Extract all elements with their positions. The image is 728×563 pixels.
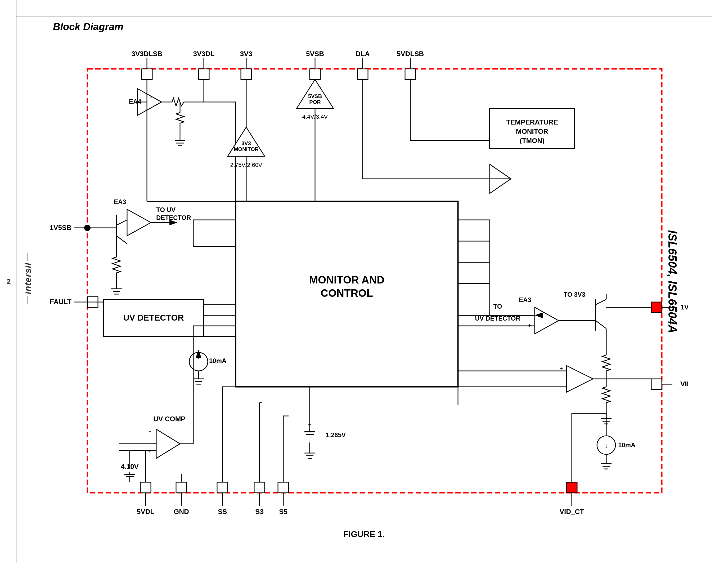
logo-line-top <box>28 253 28 261</box>
logo-line-bottom <box>28 296 28 304</box>
uv-comp-triangle <box>156 429 180 458</box>
uv-comp-label: UV COMP <box>153 415 185 423</box>
pin-vidct-box <box>567 482 577 493</box>
resistor-right-2 <box>602 382 610 411</box>
ea3-top-label: EA3 <box>114 198 126 205</box>
current-10ma-left-label: ↓ <box>197 352 200 361</box>
resistor-right-1 <box>602 350 610 382</box>
pin-vidpg-label: VID_PG <box>680 380 688 388</box>
pin-1v2vid-box <box>651 302 662 313</box>
uv-comp-plus: + <box>147 448 151 454</box>
voltage-1265-label: 1.265V <box>326 431 346 439</box>
temp-monitor-line2: MONITOR <box>516 127 549 135</box>
pin-5vsb-label: 5VSB <box>306 50 324 58</box>
pin-5vdlsb-box <box>405 69 416 79</box>
ea3-right-minus: - <box>528 311 530 318</box>
ea4-minus: - <box>150 94 152 101</box>
por-label-line2: POR <box>309 99 321 105</box>
uv-comp-minus: - <box>149 428 151 435</box>
intersil-text: intersil <box>23 262 33 294</box>
pin-5vdlsb-label: 5VDLSB <box>397 50 424 58</box>
ea3-right-triangle <box>535 307 559 334</box>
pin-fault-label: FAULT <box>50 298 71 306</box>
monitor-control-label-line1: MONITOR AND <box>309 274 384 286</box>
monitor-label-line1: 3V3 <box>241 140 251 146</box>
vidpg-minus: - <box>560 384 562 391</box>
por-label-line1: 5VSB <box>308 93 322 99</box>
pin-vidpg-box <box>651 379 662 390</box>
ea3-right-plus: + <box>528 322 531 329</box>
ea3-transistor-e1 <box>116 220 127 225</box>
pin-1v5sb-label: 1V5SB <box>50 223 71 231</box>
page-number: 2 <box>7 277 11 286</box>
to-uv-detector-top-label: TO UV <box>156 206 176 213</box>
pin-s3-box <box>254 482 265 493</box>
to-uv-detector-top-label2: DETECTOR <box>156 214 191 221</box>
uv-detector-label: UV DETECTOR <box>123 313 184 323</box>
pin-1v2vid-label: 1V2VID <box>680 303 688 311</box>
monitor-label-line2: MONITOR <box>234 146 259 152</box>
pin-3v3dlsb-label: 3V3DLSB <box>131 50 162 58</box>
current-10ma-right-label: 10mA <box>618 441 635 449</box>
to-3v3-label: TO 3V3 <box>564 291 585 298</box>
current-10ma-right-symbol: ↓ <box>604 441 608 449</box>
pin-dla-box <box>357 69 368 79</box>
current-10ma-left-text: 10mA <box>209 357 226 364</box>
temp-monitor-line1: TEMPERATURE <box>506 118 558 126</box>
pin-5vdl-label: 5VDL <box>137 508 155 516</box>
ea3-right-label: EA3 <box>519 296 531 304</box>
block-diagram-svg: 3V3DLSB 3V3DL 3V3 5VSB DLA 5VDLSB 5VDL G… <box>40 34 688 533</box>
pin-3v3-box <box>241 69 251 79</box>
monitor-control-label-line2: CONTROL <box>321 287 373 299</box>
transistor-right-e2 <box>596 321 606 329</box>
pin-dla-label: DLA <box>356 50 370 58</box>
ea3-top-triangle <box>127 209 151 236</box>
to-uv-detector-right-label2: UV DETECTOR <box>475 315 520 322</box>
pin-vidct-label: VID_CT <box>560 508 584 516</box>
diagram-title: Block Diagram <box>53 21 123 33</box>
pin-ss-box <box>217 482 228 493</box>
temp-monitor-line3: (TMON) <box>520 137 545 145</box>
pin-3v3dlsb-box <box>142 69 152 79</box>
pin-s5-box <box>278 482 289 493</box>
page-border-top <box>16 16 712 16</box>
pin-3v3dl-box <box>199 69 209 79</box>
transistor-right-e1 <box>596 300 606 305</box>
pin-gnd-label: GND <box>174 508 189 516</box>
pin-3v3-label: 3V3 <box>240 50 252 58</box>
page-border-left <box>16 0 16 563</box>
pin-3v3dl-label: 3V3DL <box>193 50 215 58</box>
pin-s3-label: S3 <box>255 508 264 516</box>
ea3-transistor-e2 <box>116 236 127 244</box>
vidpg-comparator <box>567 366 593 392</box>
pin-ss-label: SS <box>218 508 227 516</box>
resistor-ea3-top <box>113 246 120 284</box>
pin-s5-label: S5 <box>279 508 287 516</box>
pin-5vsb-box <box>310 69 320 79</box>
pin-5vdl-box <box>140 482 151 493</box>
intersil-logo-area: intersil <box>17 253 38 304</box>
resistor-ea4-1 <box>161 98 193 106</box>
pin-gnd-box <box>176 482 187 493</box>
resistor-ea4-2 <box>176 102 184 135</box>
to-uv-detector-right-label1: TO <box>493 303 502 310</box>
